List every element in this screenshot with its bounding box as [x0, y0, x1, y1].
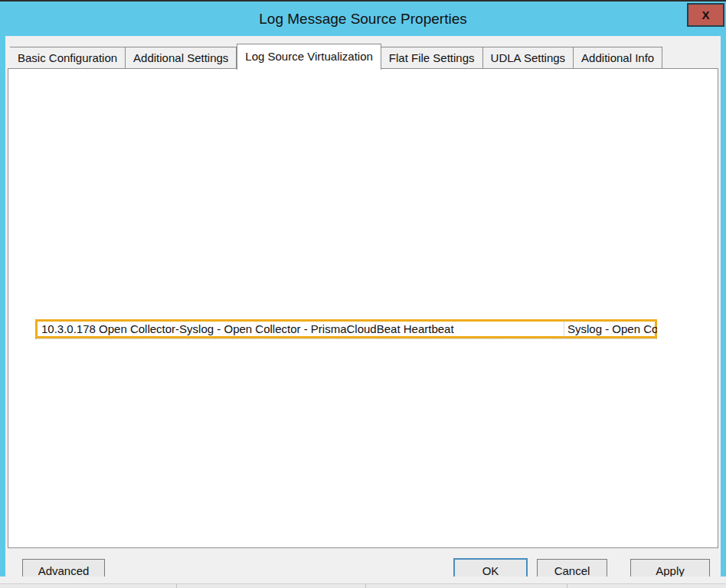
taskbar-divider: [365, 584, 366, 588]
background-window-strip: [0, 583, 726, 588]
close-icon: X: [701, 8, 709, 21]
dialog-bottom-edge: [0, 577, 726, 583]
close-button[interactable]: X: [687, 3, 724, 27]
screen: Log Message Source Properties X Basic Co…: [0, 0, 726, 588]
tab[interactable]: Log Source Virtualization: [237, 44, 381, 70]
tab-content-panel: [8, 68, 718, 548]
tab[interactable]: UDLA Settings: [483, 47, 574, 69]
taskbar-divider: [176, 584, 177, 588]
row-name-cell: 10.3.0.178 Open Collector-Syslog - Open …: [35, 319, 564, 338]
window-titlebar[interactable]: Log Message Source Properties X: [0, 0, 726, 36]
taskbar-divider: [567, 584, 567, 588]
tab[interactable]: Additional Info: [574, 47, 662, 69]
window-title: Log Message Source Properties: [0, 2, 726, 36]
tab[interactable]: Flat File Settings: [381, 47, 483, 69]
row-type-cell: Syslog - Open Collector: [564, 319, 657, 338]
table-row[interactable]: 10.3.0.178 Open Collector-Syslog - Open …: [26, 319, 657, 339]
row-content: 10.3.0.178 Open Collector-Syslog - Open …: [35, 319, 657, 339]
tab[interactable]: Basic Configuration: [10, 47, 126, 69]
tab-strip: Basic Configuration Additional Settings …: [10, 44, 662, 70]
tab[interactable]: Additional Settings: [126, 47, 237, 69]
